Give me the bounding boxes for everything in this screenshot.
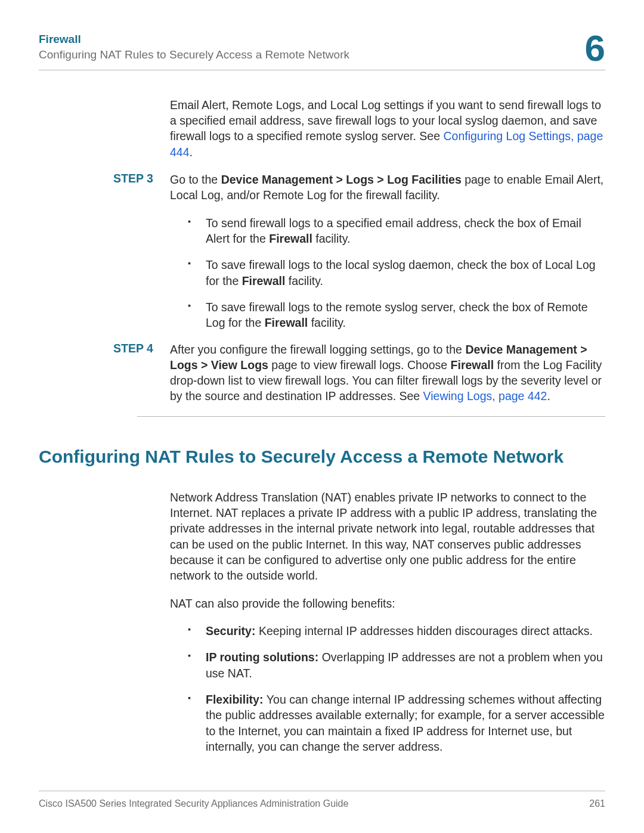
nat-bullet-3: Flexibility: You can change internal IP … — [188, 692, 605, 754]
viewing-logs-link[interactable]: Viewing Logs, page 442 — [423, 389, 547, 402]
s3b2-bold: Firewall — [242, 274, 286, 287]
s3b3-bold: Firewall — [265, 316, 308, 329]
footer-page-number: 261 — [589, 798, 605, 809]
header-subtitle: Configuring NAT Rules to Securely Access… — [39, 48, 585, 61]
s4t1: After you configure the firewall logging… — [170, 343, 465, 356]
nat-para-1: Network Address Translation (NAT) enable… — [170, 490, 605, 584]
footer-guide-name: Cisco ISA500 Series Integrated Security … — [39, 798, 348, 809]
step3-bold: Device Management > Logs > Log Facilitie… — [221, 173, 462, 186]
header-title: Firewall — [39, 33, 585, 46]
s3b2-post: facility. — [285, 274, 323, 287]
step3-bullet-1: To send firewall logs to a specified ema… — [188, 215, 605, 247]
intro-paragraph: Email Alert, Remote Logs, and Local Log … — [170, 97, 605, 160]
nat-benefits-list: Security: Keeping internal IP addresses … — [188, 623, 605, 754]
nb1-bold: Security: — [206, 624, 259, 637]
step-3-bullets: To send firewall logs to a specified ema… — [188, 215, 605, 331]
nat-bullet-1: Security: Keeping internal IP addresses … — [188, 623, 605, 639]
s3b3-post: facility. — [308, 316, 346, 329]
step3-bullet-2: To save firewall logs to the local syslo… — [188, 257, 605, 289]
nat-para-2: NAT can also provide the following benef… — [170, 596, 605, 611]
s3b3-pre: To save firewall logs to the remote sysl… — [206, 301, 588, 329]
page-header: Firewall Configuring NAT Rules to Secure… — [39, 33, 605, 65]
main-content: Email Alert, Remote Logs, and Local Log … — [39, 97, 605, 754]
footer-row: Cisco ISA500 Series Integrated Security … — [39, 798, 605, 809]
period: . — [190, 145, 193, 159]
nb2-bold: IP routing solutions: — [206, 651, 322, 664]
s3b1-post: facility. — [312, 232, 351, 245]
step-3-body: Go to the Device Management > Logs > Log… — [170, 172, 605, 203]
s3b1-bold: Firewall — [269, 232, 312, 245]
header-rule — [39, 70, 605, 70]
nb1-text: Keeping internal IP addresses hidden dis… — [259, 624, 593, 637]
s4b2: Firewall — [451, 358, 494, 371]
chapter-number: 6 — [585, 32, 605, 65]
s4t2: page to view firewall logs. Choose — [268, 358, 451, 371]
step-4-label: STEP 4 — [113, 342, 161, 355]
section-divider — [137, 416, 605, 417]
step-4: STEP 4 After you configure the firewall … — [137, 342, 605, 404]
page-footer: Cisco ISA500 Series Integrated Security … — [39, 791, 605, 809]
step-3-label: STEP 3 — [113, 172, 161, 185]
step3-pre: Go to the — [170, 173, 221, 186]
s3b1-pre: To send firewall logs to a specified ema… — [206, 216, 581, 245]
footer-rule — [39, 791, 605, 791]
nat-bullet-2: IP routing solutions: Overlapping IP add… — [188, 649, 605, 681]
section-heading: Configuring NAT Rules to Securely Access… — [39, 447, 605, 467]
step3-bullet-3: To save firewall logs to the remote sysl… — [188, 299, 605, 331]
header-left: Firewall Configuring NAT Rules to Secure… — [39, 33, 585, 61]
step-3: STEP 3 Go to the Device Management > Log… — [137, 172, 605, 331]
step-4-body: After you configure the firewall logging… — [170, 342, 605, 404]
nb3-bold: Flexibility: — [206, 693, 267, 706]
s4t4: . — [547, 389, 550, 402]
